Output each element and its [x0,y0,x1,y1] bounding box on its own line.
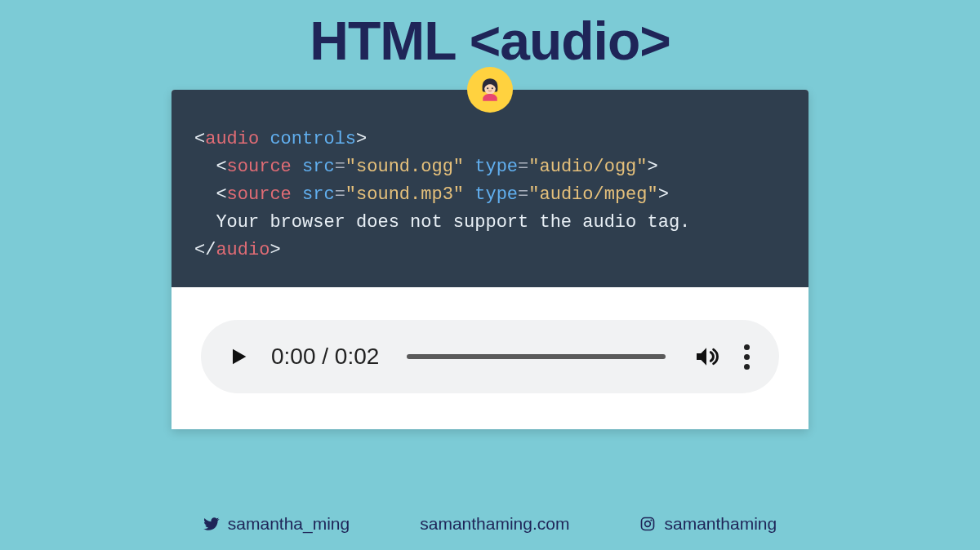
instagram-handle[interactable]: samanthaming [639,514,777,534]
content-card: <audio controls> <source src="sound.ogg"… [172,90,808,429]
svg-point-1 [487,87,488,89]
twitter-text: samantha_ming [228,514,350,534]
more-options-button[interactable] [741,344,753,370]
volume-button[interactable] [693,344,719,370]
play-icon [227,345,250,368]
svg-point-5 [651,520,653,521]
play-button[interactable] [227,345,250,368]
audio-player[interactable]: 0:00 / 0:02 [201,320,779,393]
instagram-icon [639,516,656,532]
website-link[interactable]: samanthaming.com [420,514,569,534]
svg-point-2 [492,87,493,89]
kebab-dot-icon [744,364,750,370]
svg-rect-3 [642,518,654,530]
code-block: <audio controls> <source src="sound.ogg"… [172,90,808,287]
code-line-2: <source src="sound.ogg" type="audio/ogg"… [194,153,786,181]
footer: samantha_ming samanthaming.com samantham… [0,514,980,534]
instagram-text: samanthaming [664,514,777,534]
code-line-5: </audio> [194,237,786,264]
twitter-icon [203,516,220,532]
twitter-handle[interactable]: samantha_ming [203,514,350,534]
audio-player-area: 0:00 / 0:02 [172,287,808,429]
avatar-icon [474,73,506,106]
seek-track[interactable] [407,354,666,359]
kebab-dot-icon [744,354,750,360]
volume-icon [693,344,719,370]
time-display: 0:00 / 0:02 [271,344,379,370]
svg-point-4 [645,521,651,527]
kebab-dot-icon [744,344,750,350]
page-title: HTML <audio> [0,0,980,72]
code-line-4: Your browser does not support the audio … [194,209,786,237]
website-text: samanthaming.com [420,514,569,534]
code-line-1: <audio controls> [194,126,786,153]
code-line-3: <source src="sound.mp3" type="audio/mpeg… [194,181,786,209]
avatar [467,67,513,113]
